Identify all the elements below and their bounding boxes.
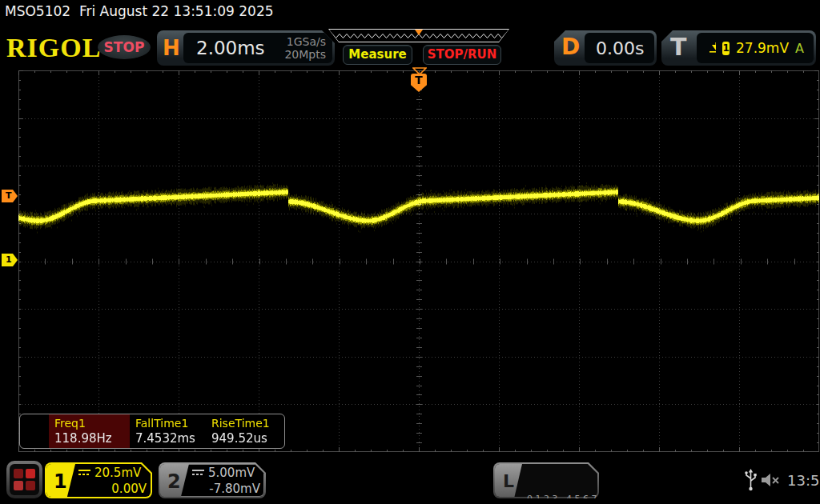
- horizontal-label: H: [163, 36, 180, 60]
- measurement-label: FallTime1: [135, 417, 206, 430]
- channel2-scale: 5.00mV: [208, 465, 255, 481]
- measurement-risetime[interactable]: RiseTime1 949.52us: [206, 414, 284, 448]
- channel1-offset: 0.00V: [78, 481, 147, 497]
- stop-run-button[interactable]: STOP/RUN: [423, 45, 501, 65]
- measurement-falltime[interactable]: FallTime1 7.4532ms: [130, 414, 206, 448]
- model-name: MSO5102: [5, 3, 70, 19]
- channel2-status[interactable]: 2 5.00mV -7.80mV: [159, 462, 266, 498]
- trigger-sweep-mode: A: [795, 41, 804, 56]
- trigger-source-badge: 1: [722, 42, 730, 55]
- dc-coupling-icon: [78, 470, 90, 476]
- channel1-ground-marker[interactable]: 1: [2, 254, 18, 266]
- logic-channels-status[interactable]: L 0 1 2 3 4 5 6 7 8 9 1011 12131415: [493, 462, 599, 498]
- measurement-label: Freq1: [54, 417, 130, 430]
- channel2-offset: -7.80mV: [192, 481, 260, 497]
- trigger-level-value: 27.9mV: [736, 40, 789, 56]
- header-datetime: Fri August 22 13:51:09 2025: [79, 3, 274, 19]
- horizontal-position-strip[interactable]: [328, 29, 509, 42]
- measurement-freq[interactable]: Freq1 118.98Hz: [49, 414, 130, 448]
- trigger-position-strip-marker[interactable]: [415, 30, 423, 35]
- usb-icon: [744, 469, 758, 491]
- oscilloscope-screen: MSO5102 Fri August 22 13:51:09 2025 RIGO…: [0, 0, 820, 504]
- logic-channels-row1: 0 1 2 3 4 5 6 7: [527, 493, 596, 504]
- memory-depth: 20Mpts: [284, 48, 326, 61]
- horizontal-timebase-block[interactable]: H 2.00ms 1GSa/s 20Mpts: [157, 30, 335, 66]
- sample-rate: 1GSa/s: [284, 35, 326, 48]
- clock-text: 13:51: [787, 472, 820, 489]
- trigger-block[interactable]: T 1 27.9mV A: [661, 30, 816, 66]
- measurement-value: 118.98Hz: [54, 431, 130, 446]
- measurement-label: RiseTime1: [211, 417, 284, 430]
- delay-label: D: [561, 34, 580, 60]
- falling-edge-icon: [708, 42, 716, 54]
- measurement-results-box: Freq1 118.98Hz FallTime1 7.4532ms RiseTi…: [19, 414, 285, 449]
- trigger-label: T: [670, 33, 686, 61]
- measure-button[interactable]: Measure: [343, 45, 412, 65]
- delay-value: 0.00s: [596, 38, 644, 58]
- channel1-status[interactable]: 1 20.5mV 0.00V: [45, 462, 152, 498]
- measurement-value: 7.4532ms: [135, 431, 206, 446]
- menu-grid-icon: [10, 464, 39, 495]
- timebase-value: 2.00ms: [196, 38, 265, 58]
- dc-coupling-icon: [192, 470, 204, 476]
- rigol-logo: RIGOL: [6, 33, 101, 63]
- delay-block[interactable]: D 0.00s: [554, 30, 657, 66]
- header-bar: MSO5102 Fri August 22 13:51:09 2025: [5, 3, 274, 19]
- menu-button[interactable]: [6, 461, 42, 498]
- run-state-badge: STOP: [98, 35, 151, 59]
- measurement-value: 949.52us: [211, 431, 284, 446]
- speaker-muted-icon: [760, 471, 781, 489]
- waveform-display: [18, 70, 819, 452]
- channel1-scale: 20.5mV: [94, 465, 141, 481]
- trigger-level-marker[interactable]: T: [2, 190, 18, 202]
